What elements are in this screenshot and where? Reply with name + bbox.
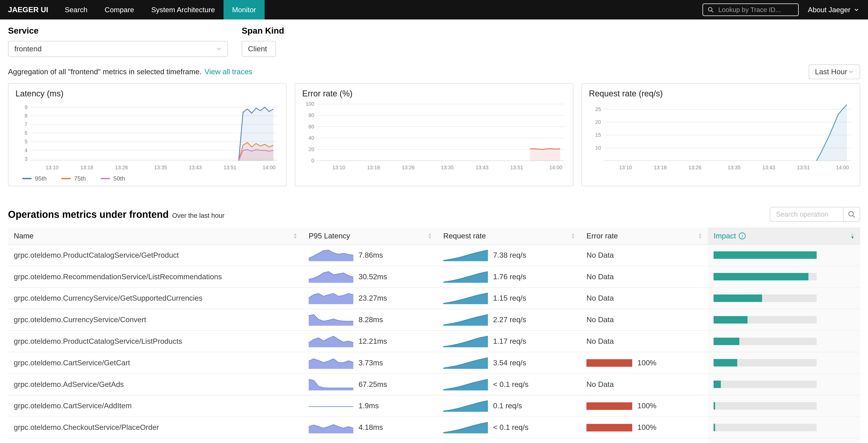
svg-text:15: 15 (595, 132, 601, 138)
operation-name: grpc.oteldemo.CheckoutService/PlaceOrder (8, 417, 303, 438)
nav-item-search[interactable]: Search (56, 0, 96, 20)
span-kind-filter: Span Kind Client (242, 26, 284, 57)
request-rate-cell: < 0.1 req/s (437, 438, 581, 443)
p95-latency-value: 7.86ms (359, 251, 383, 259)
operation-name: grpc.oteldemo.ProductCatalogService/GetP… (8, 245, 303, 266)
view-all-traces-link[interactable]: View all traces (205, 68, 252, 76)
impact-bar-track (714, 402, 817, 410)
table-row[interactable]: grpc.oteldemo.ProductCatalogService/GetP… (8, 245, 860, 266)
svg-text:6: 6 (25, 130, 28, 136)
column-header-error-rate[interactable]: Error rate▲▼ (581, 227, 708, 244)
request-rate-sparkline (443, 421, 488, 434)
column-header-label: Name (14, 232, 34, 240)
table-row[interactable]: grpc.oteldemo.CartService/AddItem1.9ms0.… (8, 395, 860, 417)
operation-name: grpc.oteldemo.CartService/GetCart (8, 352, 303, 373)
request-rate-value: 0.1 req/s (493, 402, 522, 410)
info-icon[interactable]: i (739, 232, 746, 239)
svg-text:10: 10 (595, 145, 601, 151)
nav-item-monitor[interactable]: Monitor (223, 0, 265, 20)
impact-bar (714, 316, 748, 323)
svg-text:100: 100 (306, 101, 314, 107)
error-rate-value: 100% (638, 423, 656, 432)
svg-text:13:43: 13:43 (475, 165, 489, 170)
operation-name: grpc.oteldemo.RecommendationService/List… (8, 266, 303, 287)
column-header-impact[interactable]: Impacti▲▼ (708, 227, 860, 244)
request-rate-value: 1.76 req/s (493, 273, 526, 281)
operation-search-button[interactable] (843, 207, 860, 222)
about-jaeger-menu[interactable]: About Jaeger (808, 6, 859, 14)
aggregation-row: Aggregation of all "frontend" metrics in… (8, 64, 860, 79)
impact-bar (714, 381, 721, 388)
legend-item-95th[interactable]: 95th (22, 175, 46, 182)
table-row[interactable]: GET< 0.1µs< 0.1 req/s< 0.1% (8, 438, 860, 443)
impact-cell (708, 309, 860, 330)
request-rate-cell: 7.38 req/s (437, 245, 581, 266)
request-rate-cell: 0.1 req/s (437, 395, 581, 416)
impact-cell (708, 288, 860, 309)
p95-latency-cell: 30.52ms (303, 266, 437, 287)
legend-item-75th[interactable]: 75th (61, 175, 86, 182)
service-select[interactable]: frontend (8, 41, 228, 57)
operation-search (770, 207, 860, 222)
latency-sparkline (309, 335, 353, 348)
span-kind-select[interactable]: Client (242, 41, 276, 57)
column-header-p95-latency[interactable]: P95 Latency▲▼ (303, 227, 437, 244)
request-rate-sparkline (443, 335, 488, 348)
p95-latency-cell: 23.27ms (303, 288, 437, 309)
error-rate-value: No Data (586, 337, 614, 345)
latency-sparkline (309, 292, 353, 305)
request-rate-sparkline (443, 313, 488, 326)
request-rate-sparkline (443, 400, 488, 412)
nav-item-system-architecture[interactable]: System Architecture (143, 0, 223, 20)
svg-text:13:26: 13:26 (115, 165, 128, 170)
svg-text:14:00: 14:00 (549, 165, 562, 170)
error-rate-bar (586, 423, 632, 432)
nav-item-compare[interactable]: Compare (96, 0, 143, 20)
p95-latency-cell: < 0.1µs (303, 438, 437, 443)
svg-text:13:26: 13:26 (688, 165, 702, 170)
p95-latency-value: 23.27ms (359, 294, 387, 302)
request-rate-cell: < 0.1 req/s (437, 374, 581, 395)
table-row[interactable]: grpc.oteldemo.RecommendationService/List… (8, 266, 860, 288)
error-rate-value: No Data (586, 273, 614, 281)
operation-search-input[interactable] (770, 207, 843, 222)
error-rate-chart-card: Error rate (%) 10080604020013:1013:1813:… (295, 83, 574, 186)
svg-text:13:10: 13:10 (45, 165, 59, 170)
latency-sparkline (309, 249, 353, 261)
latency-sparkline (309, 313, 353, 326)
request-rate-value: 1.17 req/s (493, 337, 526, 345)
operation-name: grpc.oteldemo.CurrencyService/GetSupport… (8, 288, 303, 309)
operation-name: grpc.oteldemo.CartService/AddItem (8, 395, 303, 416)
svg-text:13:35: 13:35 (441, 165, 454, 170)
table-row[interactable]: grpc.oteldemo.CurrencyService/GetSupport… (8, 288, 860, 309)
error-rate-value: No Data (586, 251, 614, 259)
request-rate-value: 1.15 req/s (493, 294, 526, 302)
svg-text:25: 25 (595, 106, 601, 112)
app-brand[interactable]: JAEGER UI (0, 0, 56, 20)
span-kind-label: Span Kind (242, 26, 284, 36)
column-header-name[interactable]: Name▲▼ (8, 227, 303, 244)
table-row[interactable]: grpc.oteldemo.ProductCatalogService/List… (8, 331, 860, 352)
table-row[interactable]: grpc.oteldemo.CurrencyService/Convert8.2… (8, 309, 860, 331)
trace-lookup[interactable] (703, 3, 799, 16)
svg-text:13:43: 13:43 (762, 165, 775, 170)
request-rate-cell: 1.15 req/s (437, 288, 581, 309)
svg-text:20: 20 (309, 147, 314, 152)
latency-spark-holder (309, 356, 353, 369)
latency-spark-holder (309, 271, 353, 283)
svg-text:13:51: 13:51 (510, 165, 523, 170)
operations-subtitle: Over the last hour (172, 212, 224, 219)
svg-text:14:00: 14:00 (263, 165, 276, 170)
column-header-request-rate[interactable]: Request rate▲▼ (437, 227, 581, 244)
table-row[interactable]: grpc.oteldemo.AdService/GetAds67.25ms< 0… (8, 374, 860, 395)
latency-sparkline (309, 356, 353, 369)
service-label: Service (8, 26, 228, 36)
legend-item-50th[interactable]: 50th (101, 175, 125, 182)
p95-latency-value: 8.28ms (359, 316, 383, 324)
timeframe-select[interactable]: Last Hour (809, 64, 860, 79)
trace-lookup-input[interactable] (717, 5, 794, 14)
operations-title: Operations metrics under frontendOver th… (8, 209, 224, 220)
table-row[interactable]: grpc.oteldemo.CheckoutService/PlaceOrder… (8, 417, 860, 438)
table-row[interactable]: grpc.oteldemo.CartService/GetCart3.73ms3… (8, 352, 860, 374)
svg-text:13:26: 13:26 (402, 165, 415, 170)
